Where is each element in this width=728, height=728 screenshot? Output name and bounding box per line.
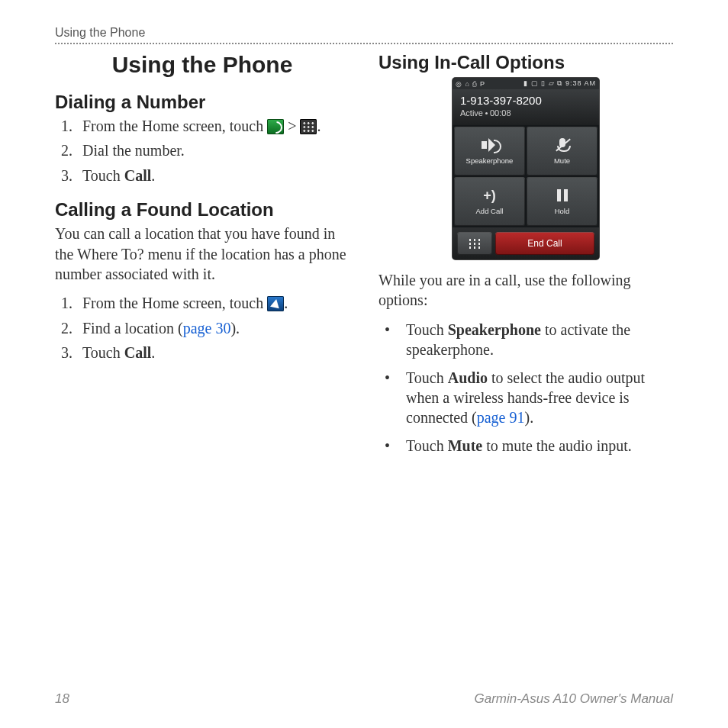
text: ). xyxy=(230,320,240,337)
button-label: Add Call xyxy=(476,207,504,215)
bullet: Touch Speakerphone to activate the speak… xyxy=(378,320,673,360)
steps-dialing: From the Home screen, touch > . Dial the… xyxy=(60,116,350,185)
end-call-button[interactable]: End Call xyxy=(495,232,594,255)
dot-icon xyxy=(485,112,488,114)
text: Touch xyxy=(82,167,124,184)
text: From the Home screen, touch xyxy=(82,118,267,134)
bullets-incall: Touch Speakerphone to activate the speak… xyxy=(378,320,673,456)
page: Using the Phone Using the Phone Dialing … xyxy=(0,0,728,728)
text: Touch xyxy=(406,369,448,386)
page-number: 18 xyxy=(55,691,69,707)
status-left: ◎ ⌂ ⎙ P xyxy=(456,80,485,88)
text: Find a location ( xyxy=(82,320,183,337)
text: to mute the audio input. xyxy=(482,437,632,454)
where-to-icon xyxy=(267,296,284,311)
call-header: 1-913-397-8200 Active00:08 xyxy=(453,89,599,125)
bold: Mute xyxy=(448,437,483,454)
bullet: Touch Audio to select the audio output w… xyxy=(378,368,673,428)
left-column: Using the Phone Dialing a Number From th… xyxy=(55,49,350,465)
text: Touch xyxy=(406,437,448,454)
dialpad-button[interactable] xyxy=(457,232,492,255)
status-text: Active xyxy=(460,108,483,118)
paragraph: While you are in a call, use the followi… xyxy=(378,270,673,311)
in-call-grid: Speakerphone Mute +) Add Call Hold xyxy=(453,125,599,227)
text: > xyxy=(288,118,300,134)
heading-incall: Using In-Call Options xyxy=(378,52,673,73)
right-column: Using In-Call Options ◎ ⌂ ⎙ P ▮ ▢ ▯ ▱ ⧉ … xyxy=(378,49,673,465)
bold: Audio xyxy=(448,369,488,386)
button-label: Hold xyxy=(555,207,570,215)
button-label: Mute xyxy=(554,156,570,165)
dialpad-icon xyxy=(468,238,482,249)
mute-icon xyxy=(554,138,571,152)
step: Touch Call. xyxy=(76,343,350,362)
text: Touch xyxy=(406,321,448,338)
mute-button[interactable]: Mute xyxy=(527,127,598,176)
footer: 18 Garmin-Asus A10 Owner's Manual xyxy=(55,691,673,707)
steps-found-location: From the Home screen, touch . Find a loc… xyxy=(60,293,350,362)
status-bar: ◎ ⌂ ⎙ P ▮ ▢ ▯ ▱ ⧉ 9:38 AM xyxy=(453,78,599,89)
paragraph: You can call a location that you have fo… xyxy=(55,224,350,284)
call-duration: 00:08 xyxy=(490,108,511,118)
text: From the Home screen, touch xyxy=(82,295,267,311)
bullet: Touch Mute to mute the audio input. xyxy=(378,436,673,456)
page-link[interactable]: page 30 xyxy=(183,320,231,337)
add-call-icon: +) xyxy=(454,188,525,202)
speakerphone-button[interactable]: Speakerphone xyxy=(454,127,525,176)
text: . xyxy=(151,344,155,361)
text: . xyxy=(151,167,155,184)
screenshot-wrap: ◎ ⌂ ⎙ P ▮ ▢ ▯ ▱ ⧉ 9:38 AM 1-913-397-8200… xyxy=(378,78,673,259)
columns: Using the Phone Dialing a Number From th… xyxy=(55,49,673,465)
heading-dialing: Dialing a Number xyxy=(55,92,350,113)
step: Dial the number. xyxy=(76,140,350,160)
dialpad-icon xyxy=(300,119,317,134)
chapter-title: Using the Phone xyxy=(55,52,350,78)
bold: Speakerphone xyxy=(448,321,541,338)
manual-title: Garmin-Asus A10 Owner's Manual xyxy=(474,691,673,707)
step: From the Home screen, touch > . xyxy=(76,116,350,136)
bottom-bar: End Call xyxy=(453,227,599,259)
hold-icon xyxy=(554,188,571,202)
heading-found-location: Calling a Found Location xyxy=(55,199,350,221)
status-right: ▮ ▢ ▯ ▱ ⧉ 9:38 AM xyxy=(523,79,596,88)
text: Touch xyxy=(82,344,124,361)
phone-screenshot: ◎ ⌂ ⎙ P ▮ ▢ ▯ ▱ ⧉ 9:38 AM 1-913-397-8200… xyxy=(453,78,599,259)
bold: Call xyxy=(124,344,152,361)
phone-icon xyxy=(267,119,284,134)
step: From the Home screen, touch . xyxy=(76,293,350,313)
text: . xyxy=(284,295,288,311)
running-header: Using the Phone xyxy=(55,26,673,44)
add-call-button[interactable]: +) Add Call xyxy=(454,177,525,226)
speaker-icon xyxy=(482,138,498,152)
hold-button[interactable]: Hold xyxy=(527,177,598,226)
call-status: Active00:08 xyxy=(460,108,591,118)
step: Touch Call. xyxy=(76,166,350,185)
text: ). xyxy=(525,409,534,426)
bold: Call xyxy=(124,167,152,184)
button-label: Speakerphone xyxy=(466,156,514,165)
step: Find a location (page 30). xyxy=(76,318,350,338)
page-link[interactable]: page 91 xyxy=(477,409,525,426)
phone-number: 1-913-397-8200 xyxy=(460,94,591,107)
text: . xyxy=(317,118,321,134)
